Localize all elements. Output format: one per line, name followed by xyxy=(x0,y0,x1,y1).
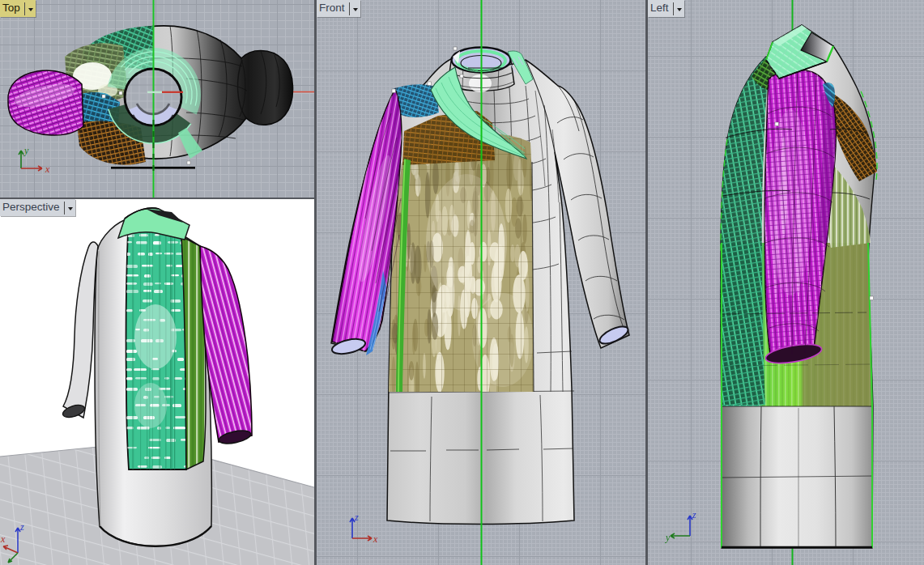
svg-text:z: z xyxy=(692,509,696,520)
svg-text:y: y xyxy=(23,145,29,156)
svg-text:z: z xyxy=(354,512,359,523)
svg-text:z: z xyxy=(19,521,24,533)
svg-text:x: x xyxy=(373,533,378,545)
svg-text:y: y xyxy=(665,532,671,543)
svg-text:y: y xyxy=(3,562,9,565)
svg-text:x: x xyxy=(0,533,6,545)
svg-text:x: x xyxy=(45,164,50,175)
